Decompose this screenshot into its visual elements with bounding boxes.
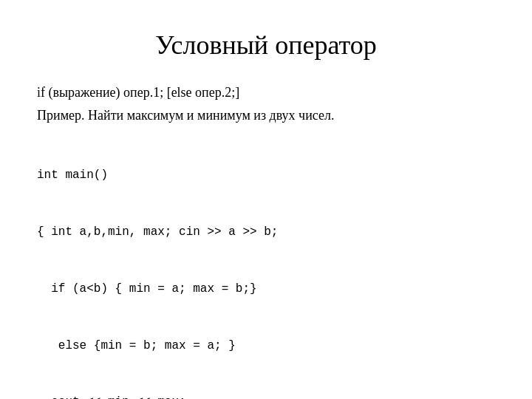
code-line-3: else {min = b; max = a; } bbox=[37, 337, 495, 356]
description-line1: if (выражение) опер.1; [else опер.2;] bbox=[37, 83, 495, 103]
code-line-4: cout << min << max; bbox=[37, 393, 495, 399]
code-block: int main() { int a,b,min, max; cin >> a … bbox=[37, 129, 495, 399]
code-line-0: int main() bbox=[37, 166, 495, 185]
description-line2: Пример. Найти максимум и минимум из двух… bbox=[37, 106, 495, 126]
slide: Условный оператор if (выражение) опер.1;… bbox=[0, 0, 532, 399]
code-line-1: { int a,b,min, max; cin >> a >> b; bbox=[37, 223, 495, 242]
code-line-2: if (a<b) { min = a; max = b;} bbox=[37, 280, 495, 299]
slide-title: Условный оператор bbox=[37, 30, 495, 61]
slide-content: if (выражение) опер.1; [else опер.2;] Пр… bbox=[37, 83, 495, 399]
